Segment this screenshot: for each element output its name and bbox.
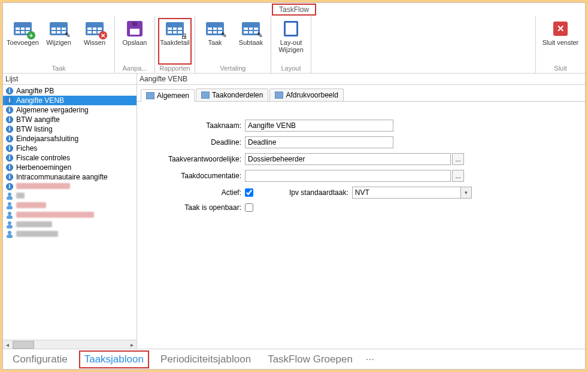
verantwoordelijke-browse-button[interactable]: ... [452,153,464,165]
more-tabs-icon[interactable]: ··· [366,353,374,365]
list-item-label: Intracommunautaire aangifte [16,173,108,181]
list-item-label [16,182,70,191]
app-title: TaskFlow [272,4,316,16]
sub-tabs: Algemeen Taakonderdelen Afdrukvoorbeeld [137,85,585,102]
list-item[interactable] [3,191,137,201]
chevron-down-icon[interactable]: ▾ [460,187,471,198]
ribbon-group-label: Aanpa... [123,65,147,72]
openbaar-checkbox[interactable] [245,203,253,212]
tab-configuratie[interactable]: Configuratie [9,352,71,367]
ribbon-group-layout: Lay-out Wijzigen Layout [271,16,311,73]
toevoegen-button[interactable]: + Toevoegen [7,19,39,64]
scroll-right-arrow-icon[interactable]: ▸ [128,341,137,349]
list-item[interactable]: Fiches [3,144,137,153]
standaardtaak-label: Ipv standaardtaak: [289,188,352,197]
deadline-label: Deadline: [149,138,245,147]
task-list[interactable]: Aangifte PBAangifte VENBAlgemene vergade… [3,85,137,340]
scroll-left-arrow-icon[interactable]: ◂ [3,341,12,349]
main-header: Aangifte VENB [137,74,585,85]
globe-icon [5,87,14,95]
ribbon-spacer [311,16,536,73]
tab-algemeen[interactable]: Algemeen [141,89,195,102]
ribbon-group-label: Taak [51,65,65,72]
taakdetail-button[interactable]: 🖨 Taakdetail [159,19,191,64]
pencil-icon: ✎ [257,31,263,39]
list-item-label: Fiches [16,144,37,153]
tab-taaksjabloon[interactable]: Taaksjabloon [81,352,147,367]
ribbon-group-label: Rapporten [159,65,190,72]
wissen-button[interactable]: ✕ Wissen [78,19,111,64]
subtaak-vertaling-button[interactable]: ✎ Subtaak [235,19,267,64]
person-icon [5,202,14,210]
opslaan-button[interactable]: Opslaan [119,19,151,64]
globe-icon [5,173,14,181]
list-item[interactable] [3,211,137,220]
tab-afdrukvoorbeeld[interactable]: Afdrukvoorbeeld [269,89,343,101]
globe-icon [5,115,14,124]
ribbon-toolbar: + Toevoegen ✎ Wijzigen ✕ Wissen Taak Ops [3,16,585,74]
scroll-thumb[interactable] [13,341,34,349]
documentatie-browse-button[interactable]: ... [452,170,464,182]
list-item[interactable]: Eindejaarsafsluiting [3,134,137,144]
list-item-label: Aangifte PB [16,87,54,95]
list-item[interactable]: Intracommunautaire aangifte [3,172,137,182]
ribbon-group-label: Layout [281,65,301,72]
list-item[interactable]: BTW listing [3,124,137,134]
list-item[interactable]: Algemene vergadering [3,105,137,115]
list-item[interactable] [3,182,137,191]
content-area: Lijst Aangifte PBAangifte VENBAlgemene v… [3,74,585,349]
person-icon [5,211,14,219]
taaknaam-label: Taaknaam: [149,121,245,130]
taaknaam-input[interactable] [245,120,393,132]
list-item-label: Fiscale controles [16,154,70,162]
verantwoordelijke-label: Taakverantwoordelijke: [149,155,245,163]
layout-wijzigen-button[interactable]: Lay-out Wijzigen [275,19,307,64]
book-icon [284,21,298,36]
list-item-label: Algemene vergadering [16,106,89,114]
main-panel: Aangifte VENB Algemeen Taakonderdelen Af… [137,74,585,349]
list-item-label: BTW aangifte [16,115,60,124]
list-item[interactable]: Fiscale controles [3,153,137,163]
ribbon-group-label: Sluit [554,65,566,72]
pencil-icon: ✎ [221,31,227,39]
taak-vertaling-button[interactable]: ✎ Taak [199,19,231,64]
list-item-label [16,221,52,229]
list-item[interactable] [3,220,137,230]
ribbon-group-rapporten: 🖨 Taakdetail Rapporten [155,16,195,73]
documentatie-label: Taakdocumentatie: [149,172,245,180]
verantwoordelijke-input[interactable] [245,153,451,165]
person-icon [5,221,14,229]
list-item[interactable]: Aangifte PB [3,86,137,96]
list-item[interactable]: Herbenoemingen [3,163,137,172]
documentatie-input[interactable] [245,170,451,182]
tab-taakonderdelen[interactable]: Taakonderdelen [196,89,268,101]
delete-icon: ✕ [99,31,107,39]
ribbon-group-taak: + Toevoegen ✎ Wijzigen ✕ Wissen Taak [3,16,115,73]
list-item[interactable]: Aangifte VENB [3,96,137,105]
preview-icon [275,92,283,99]
wijzigen-button[interactable]: ✎ Wijzigen [43,19,75,64]
sluit-venster-button[interactable]: ✕ Sluit venster [539,19,581,64]
list-item[interactable]: BTW aangifte [3,115,137,124]
horizontal-scrollbar[interactable]: ◂ ▸ [3,340,137,349]
application-window: TaskFlow + Toevoegen ✎ Wijzigen ✕ Wissen… [2,2,586,370]
list-item-label [16,192,25,200]
deadline-input[interactable] [245,136,393,148]
sidebar-header: Lijst [3,74,137,85]
close-icon: ✕ [553,22,568,36]
actief-label: Actief: [149,188,245,197]
actief-checkbox[interactable] [245,188,253,197]
save-icon [127,21,143,36]
list-item-label: Eindejaarsafsluiting [16,135,78,143]
list-item[interactable] [3,230,137,239]
globe-icon [5,135,14,143]
person-icon [5,192,14,200]
form-area: Taaknaam: Deadline: Taakverantwoordelijk… [137,102,585,349]
person-icon [5,230,14,239]
standaardtaak-select[interactable]: NVT ▾ [352,187,472,199]
tab-periodiciteitsjabloon[interactable]: Periodiciteitsjabloon [157,352,254,367]
tab-taskflow-groepen[interactable]: TaskFlow Groepen [264,352,356,367]
plus-icon: + [27,31,35,39]
globe-icon [5,154,14,162]
list-item[interactable] [3,201,137,211]
